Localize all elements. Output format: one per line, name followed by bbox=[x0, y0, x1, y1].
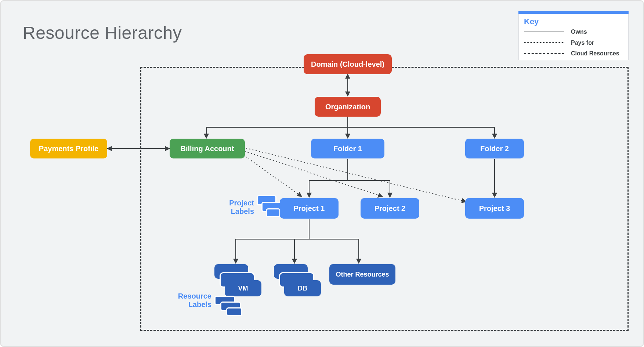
node-project2: Project 2 bbox=[361, 198, 419, 219]
node-folder1: Folder 1 bbox=[311, 139, 384, 158]
node-folder2: Folder 2 bbox=[465, 139, 524, 158]
project-label-chip-icon bbox=[266, 208, 281, 217]
legend-box: Key Owns Pays for Cloud Resources bbox=[518, 11, 629, 60]
resource-label-chip-icon bbox=[226, 307, 242, 316]
node-project3: Project 3 bbox=[465, 198, 524, 219]
legend-line-solid bbox=[524, 32, 564, 32]
node-domain: Domain (Cloud-level) bbox=[304, 54, 392, 74]
legend-row-cloud: Cloud Resources bbox=[519, 49, 628, 60]
legend-label-cloud: Cloud Resources bbox=[571, 50, 619, 57]
legend-accent-bar bbox=[518, 11, 629, 14]
node-vm: VM bbox=[225, 280, 261, 296]
node-organization: Organization bbox=[315, 97, 381, 117]
legend-row-owns: Owns bbox=[519, 27, 628, 38]
legend-label-owns: Owns bbox=[571, 29, 587, 35]
legend-title: Key bbox=[519, 14, 628, 27]
node-project1: Project 1 bbox=[280, 198, 339, 219]
label-resource-labels: Resource Labels bbox=[173, 292, 211, 309]
legend-line-dotted bbox=[524, 42, 564, 43]
label-project-labels: Project Labels bbox=[221, 199, 254, 216]
legend-label-paysfor: Pays for bbox=[571, 40, 594, 46]
page-title: Resource Hierarchy bbox=[23, 23, 182, 43]
node-other-resources: Other Resources bbox=[329, 264, 395, 285]
node-db: DB bbox=[284, 280, 321, 296]
legend-row-paysfor: Pays for bbox=[519, 38, 628, 49]
node-payments-profile: Payments Profile bbox=[30, 139, 107, 158]
node-billing-account: Billing Account bbox=[170, 139, 245, 158]
diagram-frame: Resource Hierarchy Key Owns Pays for Clo… bbox=[0, 0, 644, 347]
legend-line-dashed bbox=[524, 53, 564, 54]
